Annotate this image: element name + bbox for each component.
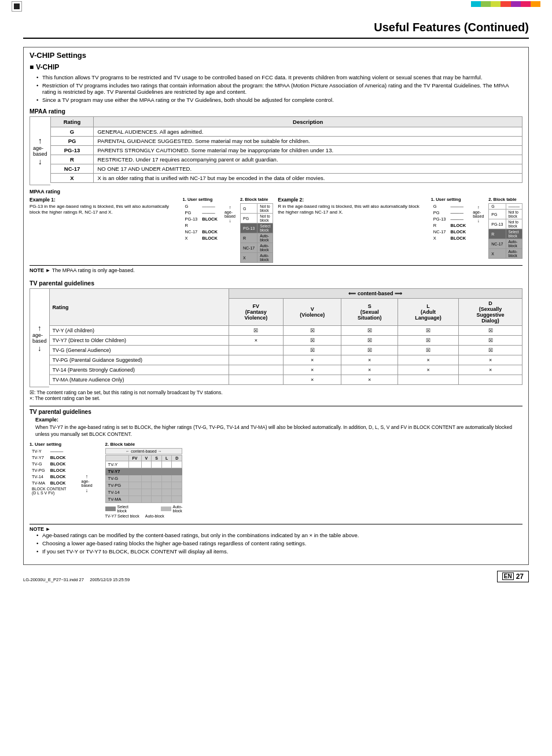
tv-14-s: × <box>341 365 398 375</box>
en-label: EN <box>502 572 514 580</box>
tv-col-v: V(Violence) <box>284 299 341 326</box>
legend-0: ☒: The content rating can be set, but th… <box>30 390 522 395</box>
auto-block-text: Auto-block <box>173 505 183 513</box>
tv-col-fv: FV(FantasyViolence) <box>229 299 284 326</box>
tv-14-fv <box>229 365 284 375</box>
tv-y7-auto-label: Auto-block <box>145 514 164 518</box>
select-block-swatch <box>105 507 116 511</box>
bullet-3: Since a TV program may use either the MP… <box>36 97 522 103</box>
mpaa-desc-pg13: PARENTS STRONGLY CAUTIONED. Some materia… <box>94 146 522 155</box>
example2-user-setting: 1. User setting G——— PG——— PG-13——— RBLO… <box>431 197 468 241</box>
tv-block-row-g: TV-G <box>105 475 182 482</box>
note1-label: NOTE <box>30 267 44 273</box>
tv-block-diagram: 1. User setting TV-Y——— TV-Y7BLOCK TV-GB… <box>30 442 522 518</box>
section-divider <box>30 406 522 406</box>
mpaa-rating-pg13: PG-13 <box>50 146 94 155</box>
tv-table-wrapper: ↑ age-based ↓ Rating ⟸ content-based ⟹ F… <box>30 288 522 387</box>
tv-rating-pg: TV-PG (Parental Guidance Suggested) <box>49 355 229 365</box>
tv-row-g: TV-G (General Audience) ☒ ☒ ☒ ☒ <box>49 346 522 355</box>
ex2-user-label: 1. User setting <box>431 197 468 202</box>
tv-rating-y7: TV-Y7 (Direct to Older Children) <box>49 336 229 346</box>
mpaa-row-pg13: PG-13 PARENTS STRONGLY CAUTIONED. Some m… <box>50 146 522 155</box>
example1-user-setting: 1. User setting G——— PG——— PG-13BLOCK R … <box>183 197 220 241</box>
tv-ma-s: × <box>341 375 398 385</box>
tv-y7-s: ☒ <box>341 336 398 346</box>
tv-block-row-ma: TV-MA <box>105 496 182 502</box>
tv-user-table: TV-Y——— TV-Y7BLOCK TV-GBLOCK TV-PGBLOCK … <box>30 448 69 496</box>
tv-rating-g: TV-G (General Audience) <box>49 346 229 355</box>
tv-row-ma: TV-MA (Mature Audience Only) × × <box>49 375 522 385</box>
tv-g-s: ☒ <box>341 346 398 355</box>
mpaa-desc-pg: PARENTAL GUIDANCE SUGGESTED. Some materi… <box>94 137 522 146</box>
tv-rating-y: TV-Y (All children) <box>49 326 229 336</box>
vchip-heading: V-CHIP <box>30 63 522 71</box>
tv-14-l: × <box>398 365 459 375</box>
tv-ma-l <box>398 375 459 385</box>
tv-y7-labels: TV-Y7 Select block Auto-block <box>105 514 183 518</box>
tv-arrow-up-icon: ↑ <box>38 324 42 332</box>
mpaa-col-description: Description <box>94 117 522 127</box>
example2-tables: 1. User setting G——— PG——— PG-13——— RBLO… <box>431 197 522 263</box>
bullet-2: Restriction of TV programs includes two … <box>36 82 522 95</box>
tv-row-pg: TV-PG (Parental Guidance Suggested) × × … <box>49 355 522 365</box>
mpaa-desc-r: RESTRICTED. Under 17 requires accompanyi… <box>94 155 522 164</box>
note2-bullets: Age-based ratings can be modified by the… <box>36 532 522 555</box>
auto-block-swatch <box>161 507 171 511</box>
auto-block-legend: Auto-block <box>161 505 183 513</box>
tv-age-based-label: ↑ age-based ↓ <box>30 288 49 387</box>
tv-rating-ma: TV-MA (Mature Audience Only) <box>49 375 229 385</box>
tv-row-y: TV-Y (All children) ☒ ☒ ☒ ☒ ☒ <box>49 326 522 336</box>
tv-block-table-label: 2. Block table <box>105 442 183 447</box>
tv-block-table-col: 2. Block table ← content-based → FV V S … <box>105 442 183 518</box>
tv-example-description: When TV-Y7 in the age-based rating is se… <box>35 424 522 438</box>
tv-block-row-pg: TV-PG <box>105 482 182 489</box>
vchip-bullets: This function allows TV programs to be r… <box>36 74 522 103</box>
tv-ma-d <box>459 375 522 385</box>
tv-y7-v: ☒ <box>284 336 341 346</box>
page: Useful Features (Continued) V-CHIP Setti… <box>0 0 552 756</box>
note2-bullet-0: Age-based ratings can be modified by the… <box>36 532 522 538</box>
footer-file: LG-20030U_E_P27~31.indd 27 <box>23 577 84 582</box>
mpaa-rating-nc17: NC-17 <box>50 164 94 174</box>
mpaa-row-g: G GENERAL AUDIENCES. All ages admitted. <box>50 127 522 137</box>
tv-row-y7: TV-Y7 (Direct to Older Children) × ☒ ☒ ☒… <box>49 336 522 346</box>
tv-ma-v: × <box>284 375 341 385</box>
mpaa-desc-x: X is an older rating that is unified wit… <box>94 174 522 183</box>
tv-arrow-down-icon: ↓ <box>38 344 42 353</box>
example2-title: Example 2: <box>278 197 426 203</box>
tv-pg-d: × <box>459 355 522 365</box>
tv-example-heading: TV parental guidelines <box>30 409 522 415</box>
tv-row-14: TV-14 (Parents Strongly Cautioned) × × ×… <box>49 365 522 375</box>
mpaa-desc-g: GENERAL AUDIENCES. All ages admitted. <box>94 127 522 137</box>
example2-block: Example 2: R in the age-based rating is … <box>278 197 426 263</box>
footer-date: 2005/12/19 15:25:59 <box>90 577 130 582</box>
tv-user-setting-col: 1. User setting TV-Y——— TV-Y7BLOCK TV-GB… <box>30 442 69 518</box>
tv-legend: ☒: The content rating can be set, but th… <box>30 390 522 401</box>
tv-col-rating: Rating <box>49 289 229 326</box>
page-number: 27 <box>516 572 524 581</box>
tv-col-d: D(SexuallySuggestiveDialog) <box>459 299 522 326</box>
example1-block-table: 2. Block table GNot toblock PGNot tobloc… <box>240 197 273 263</box>
example2-description: R in the age-based rating is blocked, th… <box>278 204 426 216</box>
tv-y7-l: ☒ <box>398 336 459 346</box>
mpaa-row-pg: PG PARENTAL GUIDANCE SUGGESTED. Some mat… <box>50 137 522 146</box>
mpaa-rating-x: X <box>50 174 94 183</box>
tv-col-l: L(AdultLanguage) <box>398 299 459 326</box>
block-table-legend: Selectblock Auto-block <box>105 505 183 513</box>
tv-rating-14: TV-14 (Parents Strongly Cautioned) <box>49 365 229 375</box>
tv-col-s: S(SexualSituation) <box>341 299 398 326</box>
mpaa-rating-g: G <box>50 127 94 137</box>
bullet-1: This function allows TV programs to be r… <box>36 74 522 80</box>
example1-block: Example 1: PG-13 in the age-based rating… <box>30 197 178 263</box>
ex2-age-based-label: ↑ age-based ↓ <box>472 205 485 223</box>
tv-age-based-text: age-based <box>32 332 47 344</box>
mpaa-row-r: R RESTRICTED. Under 17 requires accompan… <box>50 155 522 164</box>
tv-sub-heading-label: Example: <box>35 417 58 423</box>
note2: NOTE ► Age-based ratings can be modified… <box>30 524 522 559</box>
note1-text: The MPAA rating is only age-based. <box>52 267 135 273</box>
tv-g-v: ☒ <box>284 346 341 355</box>
tv-g-d: ☒ <box>459 346 522 355</box>
content-based-bar: ← content-based → <box>105 448 183 454</box>
ex1-user-table: G——— PG——— PG-13BLOCK R NC-17BLOCK XBLOC… <box>183 203 220 241</box>
mpaa-examples-label: MPAA rating <box>30 189 522 194</box>
